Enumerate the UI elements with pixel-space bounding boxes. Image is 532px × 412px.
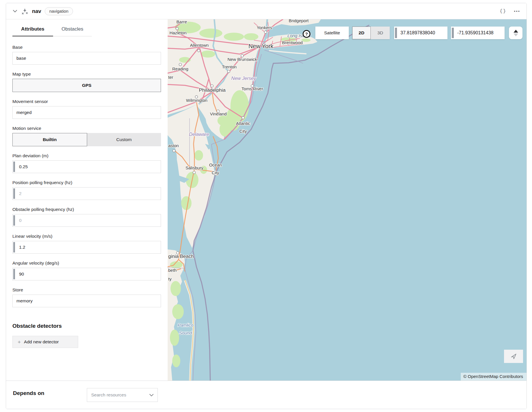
- map-label: Philadelphia: [199, 87, 226, 93]
- motion-service-builtin[interactable]: Builtin: [12, 133, 87, 146]
- linear-velocity-field: [12, 241, 161, 254]
- drag-bar[interactable]: [13, 162, 15, 172]
- store-label: Store: [12, 287, 161, 293]
- resource-card: nav navigation {} ••• Attributes Obstacl…: [6, 3, 527, 409]
- obstacle-polling-input[interactable]: [16, 214, 161, 226]
- motion-service-custom[interactable]: Custom: [87, 133, 161, 146]
- map-panel[interactable]: BarreHazletonAllentownReadingterPhiladel…: [168, 19, 527, 381]
- navigation-service-icon: [21, 8, 29, 15]
- motion-service-label: Motion service: [12, 126, 161, 131]
- map-type-gps-button[interactable]: GPS: [12, 79, 161, 92]
- longitude-field: [451, 27, 505, 39]
- collapse-chevron-icon[interactable]: [12, 9, 18, 14]
- city-marker: [227, 70, 230, 73]
- angular-velocity-field: [12, 268, 161, 280]
- satellite-button[interactable]: Satellite: [315, 27, 349, 39]
- city-marker: [211, 85, 213, 87]
- zoom-stepper[interactable]: [509, 27, 522, 39]
- map-label: Barre: [177, 19, 187, 24]
- angular-velocity-label: Angular velocity (deg/s): [12, 261, 161, 266]
- locate-button[interactable]: [504, 350, 523, 363]
- map-canvas[interactable]: BarreHazletonAllentownReadingterPhiladel…: [168, 19, 527, 381]
- step-up-icon[interactable]: [514, 30, 518, 33]
- map-label: ty: [168, 276, 172, 281]
- map-label: New Jersey: [231, 76, 257, 81]
- add-detector-label: Add new detector: [24, 339, 59, 344]
- json-mode-icon[interactable]: {}: [500, 9, 506, 14]
- latitude-input[interactable]: [398, 27, 447, 39]
- position-polling-label: Position polling frequency (hz): [12, 180, 161, 185]
- add-detector-button[interactable]: + Add new detector: [12, 336, 78, 348]
- map-label: Hazleton: [169, 30, 186, 35]
- card-header: nav navigation {} •••: [6, 3, 527, 19]
- resource-type-badge: navigation: [45, 7, 73, 15]
- map-type-label: Map type: [12, 72, 161, 77]
- map-label: Bridgeport: [289, 19, 309, 23]
- drag-bar[interactable]: [13, 188, 15, 199]
- city-marker: [176, 27, 178, 30]
- motion-service-toggle: Builtin Custom: [12, 133, 161, 146]
- map-label: Allentown: [190, 43, 209, 48]
- map-help-icon[interactable]: ?: [303, 30, 310, 38]
- drag-bar[interactable]: [13, 215, 15, 226]
- base-input[interactable]: [12, 52, 161, 65]
- drag-bar[interactable]: [452, 28, 454, 38]
- map-label: beth: [168, 268, 177, 273]
- angular-velocity-input[interactable]: [16, 268, 161, 280]
- navigation-arrow-icon: [510, 353, 517, 360]
- plan-deviation-label: Plan deviation (m): [12, 153, 161, 158]
- longitude-input[interactable]: [454, 27, 505, 39]
- drag-bar[interactable]: [13, 269, 15, 279]
- depends-on-select[interactable]: Search resources: [87, 388, 158, 402]
- map-label: Delaware: [189, 132, 209, 137]
- tab-bar: Attributes Obstacles: [12, 26, 92, 36]
- position-polling-field: [12, 187, 161, 200]
- map-label: Toms River: [241, 86, 263, 91]
- mode-3d-button[interactable]: 3D: [371, 27, 390, 39]
- movement-sensor-input[interactable]: [12, 106, 161, 119]
- map-label: New York: [248, 43, 274, 49]
- dimension-toggle: 2D 3D: [352, 27, 390, 39]
- map-label: ter: [168, 75, 173, 80]
- map-label: Yonkers: [257, 25, 272, 30]
- more-menu-icon[interactable]: •••: [514, 9, 520, 13]
- city-marker: [193, 171, 195, 174]
- movement-sensor-label: Movement sensor: [12, 99, 161, 104]
- linear-velocity-label: Linear velocity (m/s): [12, 234, 161, 239]
- map-label: Vineland: [210, 111, 227, 116]
- chevron-down-icon: [149, 392, 153, 398]
- city-marker: [197, 49, 200, 52]
- position-polling-input[interactable]: [16, 188, 161, 200]
- mode-2d-button[interactable]: 2D: [352, 27, 371, 39]
- drag-bar[interactable]: [395, 28, 397, 38]
- city-marker: [264, 31, 267, 33]
- step-down-icon[interactable]: [514, 33, 518, 36]
- map-label: Brentwood: [282, 40, 303, 45]
- map-label: aston: [168, 143, 179, 148]
- plan-deviation-input[interactable]: [16, 161, 161, 173]
- city-marker: [242, 117, 244, 119]
- map-label: Salisbury: [186, 165, 203, 170]
- attributes-panel: Attributes Obstacles Base Map type GPS M…: [6, 19, 168, 381]
- depends-on-heading: Depends on: [13, 390, 44, 396]
- tab-obstacles[interactable]: Obstacles: [53, 26, 92, 36]
- plan-deviation-field: [12, 160, 161, 173]
- depends-on-bar: Depends on Search resources: [6, 381, 527, 409]
- latitude-field: [394, 27, 447, 39]
- linear-velocity-input[interactable]: [16, 241, 161, 253]
- obstacle-polling-label: Obstacle polling frequency (hz): [12, 207, 161, 212]
- tab-attributes[interactable]: Attributes: [12, 26, 53, 36]
- obstacle-detectors-heading: Obstacle detectors: [12, 323, 161, 329]
- map-label: Wilmington: [186, 98, 207, 103]
- obstacle-polling-field: [12, 214, 161, 227]
- depends-on-placeholder: Search resources: [91, 392, 126, 398]
- base-label: Base: [12, 45, 161, 50]
- store-input[interactable]: [12, 295, 161, 307]
- map-label: Trenton: [222, 64, 237, 69]
- plus-icon: +: [18, 339, 21, 345]
- city-marker: [179, 63, 181, 66]
- drag-bar[interactable]: [13, 242, 15, 252]
- map-label: Reading: [172, 66, 188, 71]
- map-label: ginia Beach: [168, 254, 194, 259]
- map-attribution: © OpenStreetMap Contributors: [461, 373, 527, 381]
